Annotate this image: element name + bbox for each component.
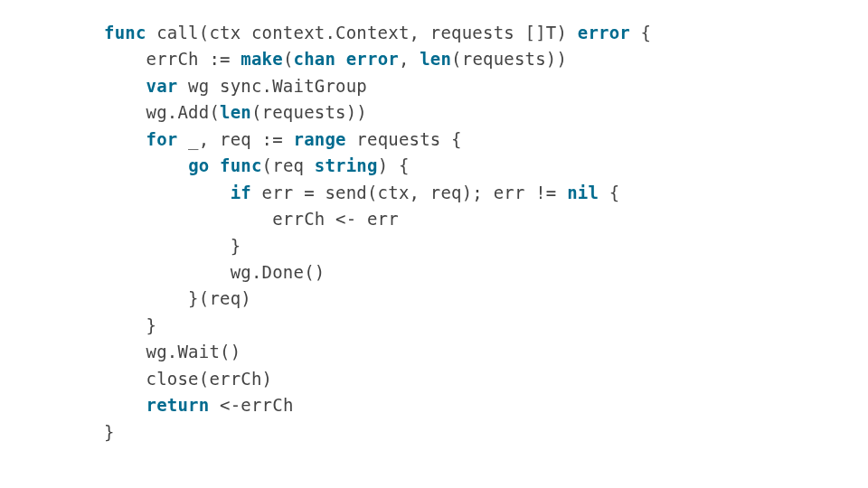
code-token: (requests)) bbox=[251, 102, 367, 122]
code-line: close(errCh) bbox=[104, 366, 868, 392]
code-token: (requests)) bbox=[451, 49, 567, 69]
code-token: <-errCh bbox=[209, 395, 293, 415]
code-token: call(ctx context.Context, requests []T) bbox=[156, 23, 578, 42]
code-token: go func bbox=[188, 155, 261, 175]
code-token: func bbox=[104, 23, 156, 42]
code-line: }(req) bbox=[104, 286, 868, 312]
code-line: for _, req := range requests { bbox=[104, 127, 868, 153]
code-token bbox=[104, 183, 231, 202]
code-line: wg.Done() bbox=[104, 259, 868, 286]
code-token: chan error bbox=[294, 49, 399, 69]
code-token: }(req) bbox=[104, 288, 251, 308]
code-line: errCh <- err bbox=[104, 206, 868, 232]
code-token: ( bbox=[283, 49, 294, 69]
code-token: errCh := bbox=[104, 49, 241, 69]
code-token: err = send(ctx, req); err != bbox=[251, 183, 567, 202]
code-line: func call(ctx context.Context, requests … bbox=[104, 20, 868, 46]
code-token: len bbox=[220, 102, 251, 122]
code-token: nil bbox=[567, 183, 599, 202]
code-token: error bbox=[578, 23, 630, 42]
code-token: { bbox=[630, 23, 651, 42]
code-token: requests { bbox=[346, 129, 462, 149]
code-token: return bbox=[146, 395, 210, 415]
code-line: wg.Add(len(requests)) bbox=[104, 99, 868, 126]
code-token: range bbox=[294, 129, 346, 149]
code-token: _, req := bbox=[177, 129, 293, 149]
code-token bbox=[104, 129, 146, 149]
code-line: } bbox=[104, 313, 868, 339]
code-token: close(errCh) bbox=[104, 369, 272, 389]
code-token: } bbox=[104, 315, 156, 335]
code-token: wg.Add( bbox=[104, 102, 220, 122]
code-token: } bbox=[104, 422, 115, 442]
code-token: errCh <- err bbox=[104, 209, 399, 229]
code-token: wg sync.WaitGroup bbox=[177, 76, 367, 96]
code-token: ) { bbox=[378, 155, 410, 175]
code-line: go func(req string) { bbox=[104, 153, 868, 179]
code-line: return <-errCh bbox=[104, 392, 868, 418]
code-token bbox=[104, 155, 188, 175]
code-line: errCh := make(chan error, len(requests)) bbox=[104, 46, 868, 72]
code-token: var bbox=[146, 76, 178, 96]
code-block: func call(ctx context.Context, requests … bbox=[0, 0, 868, 446]
code-line: var wg sync.WaitGroup bbox=[104, 73, 868, 99]
code-token: wg.Wait() bbox=[104, 342, 241, 361]
code-line: wg.Wait() bbox=[104, 339, 868, 365]
code-token: (req bbox=[262, 155, 315, 175]
code-token: } bbox=[104, 236, 241, 256]
code-line: if err = send(ctx, req); err != nil { bbox=[104, 180, 868, 206]
code-token bbox=[104, 76, 146, 96]
code-token: make bbox=[241, 49, 283, 69]
code-token: len bbox=[420, 49, 451, 69]
code-line: } bbox=[104, 233, 868, 259]
code-token: , bbox=[399, 49, 420, 69]
code-token: wg.Done() bbox=[104, 262, 325, 282]
code-token: { bbox=[599, 183, 619, 202]
code-token: string bbox=[315, 155, 378, 175]
code-token: for bbox=[146, 129, 178, 149]
code-line: } bbox=[104, 419, 868, 446]
code-token bbox=[104, 395, 146, 415]
code-token: if bbox=[231, 183, 251, 202]
